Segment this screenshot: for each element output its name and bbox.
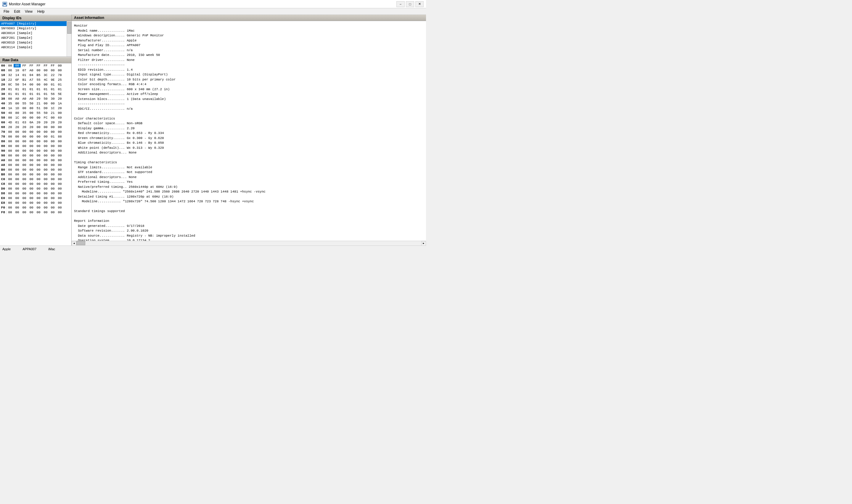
raw-byte[interactable]: 00 bbox=[14, 196, 21, 200]
raw-byte[interactable]: A0 bbox=[14, 97, 21, 101]
raw-byte[interactable]: 0C bbox=[6, 83, 14, 86]
raw-byte[interactable]: 61 bbox=[14, 121, 21, 124]
raw-byte[interactable]: 20 bbox=[56, 107, 63, 110]
raw-byte[interactable]: 00 bbox=[14, 144, 21, 148]
raw-byte[interactable]: 00 bbox=[6, 211, 14, 214]
scroll-left-btn[interactable]: ◀ bbox=[72, 241, 76, 246]
raw-byte[interactable]: 00 bbox=[28, 192, 35, 195]
raw-byte[interactable]: 00 bbox=[42, 144, 49, 148]
raw-byte[interactable]: 00 bbox=[28, 211, 35, 214]
raw-byte[interactable]: 00 bbox=[28, 182, 35, 186]
raw-byte[interactable]: 1A bbox=[56, 102, 63, 105]
raw-byte[interactable]: 00 bbox=[6, 140, 14, 143]
raw-byte[interactable]: 00 bbox=[21, 178, 28, 181]
raw-byte[interactable]: 00 bbox=[49, 206, 56, 210]
raw-byte[interactable]: 00 bbox=[56, 111, 63, 115]
raw-byte[interactable]: 69 bbox=[56, 116, 63, 120]
raw-byte[interactable]: 00 bbox=[42, 125, 49, 129]
raw-byte[interactable]: 1C bbox=[14, 116, 21, 120]
raw-byte[interactable]: 00 bbox=[28, 140, 35, 143]
raw-byte[interactable]: 01 bbox=[56, 83, 63, 86]
raw-byte[interactable]: 06 bbox=[6, 69, 14, 72]
raw-byte[interactable]: 32 bbox=[6, 73, 14, 77]
raw-byte[interactable]: 20 bbox=[42, 121, 49, 124]
raw-byte[interactable]: FF bbox=[42, 64, 49, 68]
raw-byte[interactable]: 0A bbox=[28, 121, 35, 124]
raw-byte[interactable]: 20 bbox=[56, 121, 63, 124]
raw-byte[interactable]: 00 bbox=[21, 182, 28, 186]
raw-byte[interactable]: 30 bbox=[49, 97, 56, 101]
raw-byte[interactable]: 29 bbox=[35, 97, 42, 101]
raw-byte[interactable]: 00 bbox=[6, 201, 14, 205]
scroll-track[interactable] bbox=[76, 241, 421, 246]
raw-byte[interactable]: 01 bbox=[42, 92, 49, 96]
raw-byte[interactable]: 00 bbox=[56, 140, 63, 143]
display-ids-list[interactable]: APPA007 [Registry]SNY9D03 [Registry]ABC8… bbox=[0, 21, 71, 57]
raw-byte[interactable]: 4C bbox=[42, 78, 49, 82]
raw-byte[interactable]: 01 bbox=[6, 88, 14, 91]
raw-byte[interactable]: 20 bbox=[21, 125, 28, 129]
raw-byte[interactable]: 00 bbox=[28, 83, 35, 86]
raw-data-table[interactable]: 000000FFFFFFFFFF0008061007A0000000001032… bbox=[0, 63, 71, 246]
raw-byte[interactable]: 10 bbox=[14, 69, 21, 72]
raw-byte[interactable]: FF bbox=[35, 64, 42, 68]
raw-byte[interactable]: 00 bbox=[6, 168, 14, 172]
raw-byte[interactable]: 35 bbox=[21, 111, 28, 115]
raw-byte[interactable]: 00 bbox=[56, 211, 63, 214]
raw-byte[interactable]: 00 bbox=[14, 211, 21, 214]
raw-byte[interactable]: 00 bbox=[49, 182, 56, 186]
raw-byte[interactable]: 00 bbox=[28, 163, 35, 167]
raw-byte[interactable]: 00 bbox=[49, 116, 56, 120]
raw-byte[interactable]: 00 bbox=[14, 182, 21, 186]
raw-byte[interactable]: 50 bbox=[14, 83, 21, 86]
raw-byte[interactable]: 00 bbox=[21, 144, 28, 148]
raw-byte[interactable]: 00 bbox=[14, 130, 21, 134]
raw-byte[interactable]: 00 bbox=[56, 206, 63, 210]
scroll-right-btn[interactable]: ▶ bbox=[421, 241, 426, 246]
raw-byte[interactable]: 00 bbox=[21, 159, 28, 162]
raw-byte[interactable]: 00 bbox=[28, 149, 35, 152]
raw-byte[interactable]: 00 bbox=[14, 163, 21, 167]
display-id-item[interactable]: ABC8014 [Sample] bbox=[0, 31, 71, 36]
raw-byte[interactable]: 00 bbox=[6, 64, 14, 68]
raw-byte[interactable]: B5 bbox=[35, 73, 42, 77]
raw-byte[interactable]: 00 bbox=[21, 140, 28, 143]
raw-byte[interactable]: A0 bbox=[28, 97, 35, 101]
raw-byte[interactable]: 00 bbox=[49, 196, 56, 200]
raw-byte[interactable]: 00 bbox=[28, 116, 35, 120]
raw-byte[interactable]: 00 bbox=[35, 125, 42, 129]
raw-byte[interactable]: 00 bbox=[35, 196, 42, 200]
raw-byte[interactable]: 00 bbox=[35, 201, 42, 205]
raw-byte[interactable]: 00 bbox=[35, 187, 42, 191]
raw-byte[interactable]: 00 bbox=[28, 168, 35, 172]
raw-byte[interactable]: 00 bbox=[6, 154, 14, 157]
raw-byte[interactable]: 00 bbox=[6, 173, 14, 176]
raw-byte[interactable]: 00 bbox=[14, 64, 21, 68]
raw-byte[interactable]: 01 bbox=[28, 92, 35, 96]
raw-byte[interactable]: 00 bbox=[42, 201, 49, 205]
raw-byte[interactable]: FF bbox=[21, 64, 28, 68]
raw-byte[interactable]: 35 bbox=[6, 102, 14, 105]
raw-byte[interactable]: 00 bbox=[35, 135, 42, 139]
raw-byte[interactable]: 00 bbox=[35, 178, 42, 181]
display-id-item[interactable]: APPA007 [Registry] bbox=[0, 21, 71, 26]
raw-byte[interactable]: 3C bbox=[42, 73, 49, 77]
raw-byte[interactable]: 55 bbox=[21, 102, 28, 105]
raw-byte[interactable]: 00 bbox=[42, 69, 49, 72]
raw-byte[interactable]: 00 bbox=[35, 116, 42, 120]
raw-byte[interactable]: 20 bbox=[6, 125, 14, 129]
raw-byte[interactable]: 00 bbox=[49, 201, 56, 205]
raw-byte[interactable]: 50 bbox=[42, 111, 49, 115]
raw-byte[interactable]: 00 bbox=[35, 149, 42, 152]
raw-byte[interactable]: 22 bbox=[49, 73, 56, 77]
raw-byte[interactable]: 63 bbox=[21, 121, 28, 124]
raw-byte[interactable]: 00 bbox=[56, 154, 63, 157]
raw-byte[interactable]: 00 bbox=[14, 140, 21, 143]
raw-byte[interactable]: 20 bbox=[28, 125, 35, 129]
raw-byte[interactable]: 00 bbox=[14, 154, 21, 157]
raw-byte[interactable]: 00 bbox=[6, 182, 14, 186]
raw-byte[interactable]: 1D bbox=[14, 107, 21, 110]
raw-byte[interactable]: 00 bbox=[56, 196, 63, 200]
raw-byte[interactable]: 01 bbox=[35, 88, 42, 91]
raw-byte[interactable]: 00 bbox=[35, 159, 42, 162]
